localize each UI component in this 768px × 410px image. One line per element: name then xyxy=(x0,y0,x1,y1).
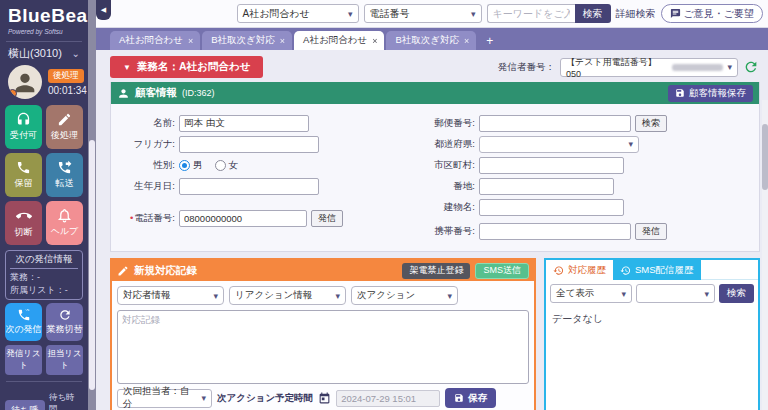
next-call-button[interactable]: 次の発信 xyxy=(5,303,42,341)
help-label: ヘルプ xyxy=(51,225,79,238)
chevron-down-icon: ▾ xyxy=(447,291,452,301)
history-filter-select[interactable]: 全て表示 ▾ xyxy=(550,284,632,303)
calendar-icon[interactable] xyxy=(318,392,331,405)
transfer-label: 転送 xyxy=(56,177,74,190)
feedback-button[interactable]: ご意見・ご要望 xyxy=(661,4,763,23)
next-call-label: 次の発信 xyxy=(5,323,41,336)
required-mark: • xyxy=(130,212,133,223)
gender-label: 性別: xyxy=(113,159,175,172)
name-input[interactable] xyxy=(179,115,309,132)
history-filter-row: 全て表示 ▾ ▾ 検索 xyxy=(546,280,758,307)
tab-b-transfer-2[interactable]: B社取次ぎ対応 × xyxy=(386,31,476,50)
zip-input[interactable] xyxy=(479,115,631,132)
bluebean-app: BlueBean Powered by Softsu 横山(3010) ⌄ 後処… xyxy=(0,0,768,410)
tab-sms-history[interactable]: SMS配信履歴 xyxy=(613,260,701,280)
sidebar-scrollbar-thumb[interactable] xyxy=(89,140,95,390)
business-name-label: 業務名：A社お問合わせ xyxy=(137,60,250,74)
responder-info-select[interactable]: 対応者情報 ▾ xyxy=(117,286,224,305)
divider xyxy=(6,41,82,42)
feedback-label: ご意見・ご要望 xyxy=(684,7,754,21)
main-scrollbar[interactable] xyxy=(762,100,768,410)
response-memo-textarea[interactable] xyxy=(117,310,529,384)
sidebar-collapse-button[interactable]: ◀ xyxy=(96,0,111,20)
next-assignee-select[interactable]: 次回担当者：自分 ▾ xyxy=(117,389,212,408)
save-customer-label: 顧客情報保存 xyxy=(689,87,746,100)
advanced-search-link[interactable]: 詳細検索 xyxy=(616,7,656,21)
prefecture-select[interactable]: ▾ xyxy=(479,136,639,153)
next-action-datetime-input[interactable] xyxy=(336,390,440,407)
ready-button[interactable]: 受付可 xyxy=(5,105,42,149)
add-tab-button[interactable]: + xyxy=(478,34,501,50)
name-label: 名前: xyxy=(113,117,175,130)
reaction-info-select[interactable]: リアクション情報 ▾ xyxy=(229,286,346,305)
waiting-calls-button[interactable]: 待ち呼 xyxy=(5,400,45,410)
close-icon[interactable]: × xyxy=(280,36,285,46)
next-call-business: 業務：- xyxy=(10,271,78,284)
refresh-icon xyxy=(743,59,759,75)
status-timer: 00:01:34 xyxy=(48,85,87,96)
mobile-input[interactable] xyxy=(479,223,631,240)
tab-b-transfer-1[interactable]: B社取次ぎ対応 × xyxy=(202,31,292,50)
history-search-button[interactable]: 検索 xyxy=(719,284,754,303)
call-list-button[interactable]: 発信リスト xyxy=(5,345,42,375)
search-type-select[interactable]: 電話番号 ▾ xyxy=(364,4,482,23)
keyword-input[interactable] xyxy=(487,4,575,23)
switch-business-button[interactable]: 業務切替 xyxy=(46,303,83,341)
city-label: 市区町村: xyxy=(413,159,475,172)
banchi-input[interactable] xyxy=(479,178,614,195)
person-icon xyxy=(117,87,130,100)
after-call-work-label: 後処理 xyxy=(51,129,78,142)
tab-response-history[interactable]: 対応履歴 xyxy=(546,260,613,280)
assigned-list-button[interactable]: 担当リスト xyxy=(46,345,83,375)
customer-form: 名前: フリガナ: 性別: 男 女 xyxy=(111,104,759,251)
customer-info-header: 顧客情報 (ID:362) 顧客情報保存 xyxy=(111,82,759,104)
gender-female-radio[interactable] xyxy=(215,160,226,171)
search-button[interactable]: 検索 xyxy=(575,4,611,23)
kana-input[interactable] xyxy=(179,136,319,153)
history-icon xyxy=(553,265,564,276)
block-call-button[interactable]: 架電禁止登録 xyxy=(402,263,470,279)
main-scrollbar-thumb[interactable] xyxy=(762,124,768,190)
business-name-banner[interactable]: ▼ 業務名：A社お問合わせ xyxy=(110,56,263,78)
send-sms-button[interactable]: SMS送信 xyxy=(475,263,529,279)
hold-button[interactable]: 保留 xyxy=(5,153,42,197)
gender-male-radio[interactable] xyxy=(179,160,190,171)
close-icon[interactable]: × xyxy=(372,36,377,46)
phone-input[interactable] xyxy=(179,210,307,227)
zip-search-button[interactable]: 検索 xyxy=(635,115,667,132)
dial-phone-button[interactable]: 発信 xyxy=(311,210,343,227)
hangup-button[interactable]: 切断 xyxy=(5,201,42,245)
help-button[interactable]: ヘルプ xyxy=(46,201,83,245)
save-customer-button[interactable]: 顧客情報保存 xyxy=(668,85,753,102)
chevron-down-icon[interactable]: ⌄ xyxy=(72,48,80,59)
close-icon[interactable]: × xyxy=(188,36,193,46)
close-icon[interactable]: × xyxy=(464,36,469,46)
next-assignee-value: 次回担当者：自分 xyxy=(123,385,197,410)
mobile-label: 携帯番号: xyxy=(413,225,475,238)
customer-info-section: 顧客情報 (ID:362) 顧客情報保存 名前: xyxy=(110,82,760,252)
save-icon xyxy=(454,393,464,403)
city-input[interactable] xyxy=(479,157,624,174)
refresh-caller-id-button[interactable] xyxy=(743,59,760,76)
building-label: 建物名: xyxy=(413,201,475,214)
dial-mobile-button[interactable]: 発信 xyxy=(635,223,667,240)
business-select[interactable]: A社お問合わせ ▾ xyxy=(237,4,359,23)
next-call-info-box: 次の発信情報 業務：- 所属リスト：- xyxy=(5,250,83,300)
agent-menu[interactable]: 横山(3010) ⌄ xyxy=(0,45,88,62)
birthdate-input[interactable] xyxy=(179,178,319,195)
sidebar-scrollbar[interactable] xyxy=(88,0,96,410)
outbound-call-icon xyxy=(17,308,31,322)
next-action-select[interactable]: 次アクション ▾ xyxy=(351,286,458,305)
transfer-button[interactable]: 転送 xyxy=(46,153,83,197)
building-input[interactable] xyxy=(479,199,624,216)
sms-history-label: SMS配信履歴 xyxy=(635,264,694,277)
memo-edit-icon xyxy=(57,112,72,127)
prefecture-label: 都道府県: xyxy=(413,138,475,151)
save-record-button[interactable]: 保存 xyxy=(445,388,496,408)
tab-a-inquiry-1[interactable]: A社お問合わせ × xyxy=(110,31,200,50)
history-secondary-select[interactable]: ▾ xyxy=(636,284,715,303)
caller-id-select[interactable]: 【テスト用電話番号】050 ▾ xyxy=(560,58,738,77)
business-select-value: A社お問合わせ xyxy=(243,7,310,21)
tab-a-inquiry-2-active[interactable]: A社お問合わせ × xyxy=(294,31,384,50)
after-call-work-button[interactable]: 後処理 xyxy=(46,105,83,149)
